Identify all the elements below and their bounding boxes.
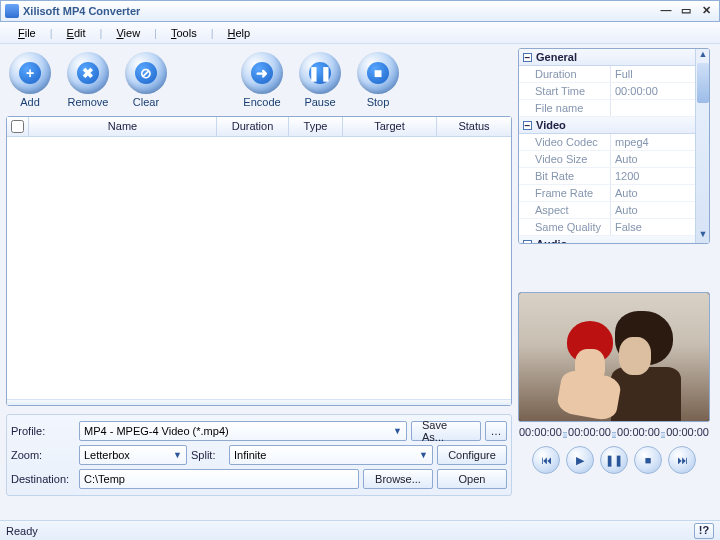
col-name[interactable]: Name (29, 117, 217, 136)
timeline[interactable]: 00:00:00 00:00:00 00:00:00 00:00:00 (518, 426, 710, 440)
prop-frame-rate[interactable]: Frame RateAuto (519, 185, 709, 202)
close-button[interactable]: ✕ (697, 4, 715, 18)
group-video[interactable]: −Video (519, 117, 709, 134)
col-duration[interactable]: Duration (217, 117, 289, 136)
main-toolbar: +Add ✖Remove ⊘Clear ➜Encode ❚❚Pause ■Sto… (6, 48, 512, 116)
player-controls: ⏮ ▶ ❚❚ ■ ⏭ (518, 446, 710, 474)
stop-button[interactable]: ■Stop (356, 52, 400, 108)
remove-button[interactable]: ✖Remove (66, 52, 110, 108)
menu-help[interactable]: Help (218, 25, 261, 41)
list-header: Name Duration Type Target Status (7, 117, 511, 137)
group-general[interactable]: −General (519, 49, 709, 66)
prev-button[interactable]: ⏮ (532, 446, 560, 474)
add-button[interactable]: +Add (8, 52, 52, 108)
prop-filename[interactable]: File name (519, 100, 709, 117)
properties-scrollbar[interactable]: ▲▼ (695, 49, 709, 243)
prop-duration[interactable]: DurationFull (519, 66, 709, 83)
profile-select[interactable]: MP4 - MPEG-4 Video (*.mp4)▼ (79, 421, 407, 441)
configure-button[interactable]: Configure (437, 445, 507, 465)
menu-view[interactable]: View (106, 25, 150, 41)
file-list: Name Duration Type Target Status (6, 116, 512, 406)
player-pause-button[interactable]: ❚❚ (600, 446, 628, 474)
profile-more-button[interactable]: … (485, 421, 507, 441)
play-button[interactable]: ▶ (566, 446, 594, 474)
col-status[interactable]: Status (437, 117, 511, 136)
browse-button[interactable]: Browse... (363, 469, 433, 489)
player-stop-button[interactable]: ■ (634, 446, 662, 474)
menu-bar: File| Edit| View| Tools| Help (0, 22, 720, 44)
menu-tools[interactable]: Tools (161, 25, 207, 41)
prop-aspect[interactable]: AspectAuto (519, 202, 709, 219)
encode-button[interactable]: ➜Encode (240, 52, 284, 108)
profile-label: Profile: (11, 425, 75, 437)
col-target[interactable]: Target (343, 117, 437, 136)
status-bar: Ready !? (0, 520, 720, 540)
col-type[interactable]: Type (289, 117, 343, 136)
maximize-button[interactable]: ▭ (677, 4, 695, 18)
list-footer (7, 399, 511, 405)
prop-bit-rate[interactable]: Bit Rate1200 (519, 168, 709, 185)
save-as-button[interactable]: Save As... (411, 421, 481, 441)
app-logo-icon (5, 4, 19, 18)
preview-image (519, 293, 709, 421)
minimize-button[interactable]: — (657, 4, 675, 18)
zoom-label: Zoom: (11, 449, 75, 461)
preview-pane (518, 292, 710, 422)
split-label: Split: (191, 449, 225, 461)
settings-form: Profile: MP4 - MPEG-4 Video (*.mp4)▼ Sav… (6, 414, 512, 496)
properties-panel: −General DurationFull Start Time00:00:00… (518, 48, 710, 244)
prop-video-codec[interactable]: Video Codecmpeg4 (519, 134, 709, 151)
split-select[interactable]: Infinite▼ (229, 445, 433, 465)
help-button[interactable]: !? (694, 523, 714, 539)
prop-same-quality[interactable]: Same QualityFalse (519, 219, 709, 236)
prop-video-size[interactable]: Video SizeAuto (519, 151, 709, 168)
clear-button[interactable]: ⊘Clear (124, 52, 168, 108)
status-text: Ready (6, 525, 38, 537)
menu-file[interactable]: File (8, 25, 46, 41)
next-button[interactable]: ⏭ (668, 446, 696, 474)
group-audio[interactable]: −Audio (519, 236, 709, 244)
destination-label: Destination: (11, 473, 75, 485)
zoom-select[interactable]: Letterbox▼ (79, 445, 187, 465)
prop-start-time[interactable]: Start Time00:00:00 (519, 83, 709, 100)
destination-input[interactable]: C:\Temp (79, 469, 359, 489)
pause-button[interactable]: ❚❚Pause (298, 52, 342, 108)
open-button[interactable]: Open (437, 469, 507, 489)
window-title: Xilisoft MP4 Converter (23, 5, 655, 17)
select-all-checkbox[interactable] (7, 117, 29, 136)
list-body[interactable] (7, 137, 511, 399)
menu-edit[interactable]: Edit (57, 25, 96, 41)
title-bar: Xilisoft MP4 Converter — ▭ ✕ (0, 0, 720, 22)
